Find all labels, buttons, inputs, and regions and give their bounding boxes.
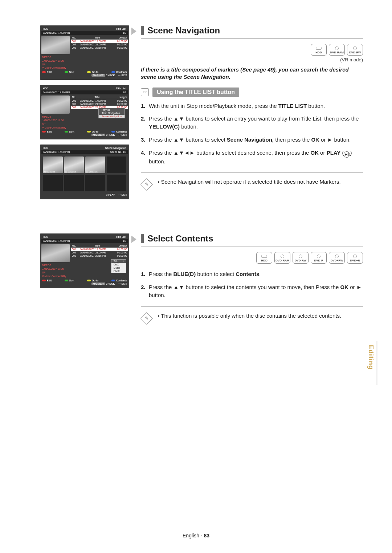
badge-dvdram: DVD-RAM — [329, 44, 345, 56]
play-icon: ▶ǁ — [344, 151, 350, 158]
table-row: 002JAN/02/2007 21:00 PR01:00:00 — [71, 102, 128, 106]
step-3: Press the ▲▼ buttons to select Scene Nav… — [141, 136, 363, 144]
mock-thumbnail — [41, 244, 70, 262]
section-title: Select Contents — [147, 233, 213, 244]
intro-text: If there is a title composed of markers … — [141, 66, 363, 81]
note-text: This function is possible only when the … — [158, 312, 341, 320]
step-2: Press the ▲▼ buttons to select the conte… — [141, 283, 363, 299]
screenshot-contents-popup: HDD Title List JAN/01/2007 17:30 PR1 1/3… — [40, 233, 129, 288]
svg-point-4 — [281, 255, 284, 258]
scene-nav-text: Scene Navigation HDD DVD-RAM DVD-RW (VR … — [141, 25, 363, 204]
mock-sub-left: JAN/01/2007 17:30 PR1 — [43, 32, 70, 34]
table-row: 001JAN/01/2007 17:30 PR01:00:00 — [71, 99, 128, 102]
badge-dvdrw: DVD-RW — [347, 44, 363, 56]
table-row: 002JAN/02/2007 21:00 PR01:00:00 — [71, 43, 128, 46]
badge-hdd: HDD — [311, 44, 327, 56]
badge-dvdr: DVD-R — [311, 252, 327, 264]
left-screens-1: HDD Title List JAN/01/2007 17:30 PR1 1/3… — [40, 25, 131, 204]
contents-popup: Title DivX Music Photo — [111, 259, 126, 273]
storage-label: HDD — [43, 28, 48, 30]
side-tab-editing: Editing — [367, 345, 375, 370]
section-heading: Select Contents — [141, 233, 363, 244]
svg-point-2 — [354, 46, 357, 50]
scene-thumb: 01 00:00:05 — [43, 156, 63, 173]
section-bar-icon — [141, 26, 144, 35]
steps-list: Press the BLUE(D) button to select Conte… — [141, 270, 363, 299]
left-screens-2: HDD Title List JAN/01/2007 17:30 PR1 1/3… — [40, 233, 131, 325]
svg-point-6 — [317, 255, 320, 258]
section-arrow-icon — [131, 28, 136, 35]
mock-info: MPEG2 JAN/01/2007 17:30 SP V-Mode Compat… — [41, 56, 70, 70]
goto-popup: Playlist Time Navigation Scene Navigatio… — [98, 108, 125, 118]
mock-thumbnail — [41, 95, 70, 114]
vr-mode-note: (VR mode) — [141, 57, 363, 62]
screenshot-title-list-menu: HDD Title List JAN/01/2007 17:30 PR1 1/3… — [40, 85, 129, 139]
svg-point-1 — [335, 46, 339, 50]
media-badges: HDD DVD-RAM DVD-RW DVD-R DVD+RW DVD+R — [141, 252, 363, 264]
screenshot-scene-nav: HDD Scene Navigation JAN/01/2007 17:30 P… — [40, 145, 129, 199]
steps-list: With the unit in Stop mode/Playback mode… — [141, 102, 363, 166]
badge-dvdrw: DVD-RW — [293, 252, 309, 264]
note-icon — [140, 178, 153, 191]
table-row: 003JAN/03/2007 23:15 PR00:30:00 — [71, 46, 128, 49]
media-badges: HDD DVD-RAM DVD-RW — [141, 44, 363, 56]
select-contents-text: Select Contents HDD DVD-RAM DVD-RW DVD-R… — [141, 233, 363, 325]
page-footer: English - 83 — [0, 533, 392, 538]
section-title: Scene Navigation — [147, 25, 220, 36]
mock-footer: Edit Sort Go to Contents — [41, 70, 128, 73]
step-2: Press the ▲▼ buttons to select an entry … — [141, 115, 363, 131]
sub-heading: ☞ Using the TITLE LIST button — [141, 88, 363, 97]
scene-thumb: 03 00:01:05 — [85, 156, 105, 173]
badge-dvdram: DVD-RAM — [274, 252, 290, 264]
step-4: Press the ▲▼◄► buttons to select desired… — [141, 149, 363, 166]
mock-sub-right: 1/3 — [123, 32, 126, 34]
step-1: With the unit in Stop mode/Playback mode… — [141, 102, 363, 110]
hand-icon: ☞ — [141, 88, 149, 96]
scene-navigation-row: HDD Title List JAN/01/2007 17:30 PR1 1/3… — [40, 25, 363, 204]
section-heading: Scene Navigation — [141, 25, 363, 36]
sub-title: Using the TITLE LIST button — [152, 88, 239, 97]
step-1: Press the BLUE(D) button to select Conte… — [141, 270, 363, 278]
section-bar-icon — [141, 234, 144, 243]
badge-hdd: HDD — [256, 252, 272, 264]
mock-thumbnail — [41, 36, 70, 54]
svg-point-8 — [354, 255, 357, 258]
screenshot-title-list: HDD Title List JAN/01/2007 17:30 PR1 1/3… — [40, 25, 129, 80]
note-box: This function is possible only when the … — [141, 306, 363, 325]
svg-rect-0 — [316, 47, 321, 49]
note-icon — [140, 312, 153, 325]
note-box: Scene Navigation will not operate if a s… — [141, 172, 363, 191]
table-row: 001JAN/01/2007 17:30 PR01:00:00 — [71, 40, 128, 43]
svg-point-5 — [299, 255, 302, 258]
svg-point-7 — [335, 255, 339, 258]
svg-rect-3 — [262, 255, 267, 257]
note-text: Scene Navigation will not operate if a s… — [158, 178, 341, 186]
badge-dvdprw: DVD+RW — [329, 252, 345, 264]
badge-dvdpr: DVD+R — [347, 252, 363, 264]
scene-thumb: 02 00:00:35 — [64, 156, 84, 173]
section-arrow-icon — [131, 236, 136, 243]
select-contents-row: HDD Title List JAN/01/2007 17:30 PR1 1/3… — [40, 233, 363, 325]
titlelist-label: Title List — [116, 28, 126, 30]
